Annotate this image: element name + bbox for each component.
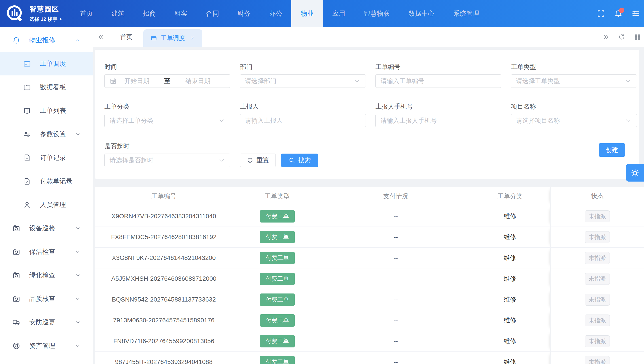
sidebar-item-9[interactable]: 设备巡检 xyxy=(0,217,93,240)
paid-work-order-badge: 付费工单 xyxy=(260,314,295,327)
chevron-up-icon xyxy=(75,37,81,43)
reset-label: 重置 xyxy=(256,156,269,164)
sidebar-item-label: 设备巡检 xyxy=(29,224,55,233)
nav-item-7[interactable]: 办公 xyxy=(260,0,291,27)
select-2[interactable]: 请选择部门 xyxy=(240,74,366,88)
bell-icon xyxy=(12,36,20,44)
sidebar-item-label: 工单列表 xyxy=(40,106,66,115)
building-selector[interactable]: 选择 12 楼宇 xyxy=(30,16,62,23)
unassigned-status-button[interactable]: 未指派 xyxy=(585,314,610,326)
status-cell: 未指派 xyxy=(550,206,644,227)
calendar-icon xyxy=(110,77,117,85)
sidebar-item-10[interactable]: 保洁检查 xyxy=(0,240,93,263)
unassigned-status-button[interactable]: 未指派 xyxy=(585,211,610,222)
nav-item-12[interactable]: 系统管理 xyxy=(444,0,488,27)
column-header-1: 工单编号 xyxy=(95,192,232,201)
unassigned-status-button[interactable]: 未指派 xyxy=(585,335,610,347)
sidebar-item-6[interactable]: 订单记录 xyxy=(0,146,93,169)
filter-field-7: 上报人手机号请输入上报人手机号 xyxy=(376,102,501,127)
nav-item-9[interactable]: 应用 xyxy=(323,0,354,27)
sidebar-item-label: 工单调度 xyxy=(40,59,66,68)
notifications-bell-icon[interactable] xyxy=(614,10,622,18)
sidebar-item-11[interactable]: 绿化检查 xyxy=(0,263,93,287)
table-row-8: 987J455IT-2027645393294041088付费工单--维修未指派 xyxy=(95,352,644,364)
nav-item-11[interactable]: 数据中心 xyxy=(399,0,444,27)
payment-status: -- xyxy=(322,254,470,261)
field-label: 工单编号 xyxy=(376,63,501,71)
date-range-input[interactable]: 开始日期至结束日期 xyxy=(104,74,230,88)
tab-home[interactable]: 首页 xyxy=(112,33,141,41)
tab-workorder-dispatch[interactable]: 工单调度 xyxy=(143,29,202,47)
chevron-down-icon xyxy=(354,77,361,85)
fullscreen-icon[interactable] xyxy=(597,10,605,18)
work-order-category: 维修 xyxy=(470,295,550,304)
work-order-type-cell: 付费工单 xyxy=(232,293,322,306)
logo[interactable]: 智慧园区 选择 12 楼宇 xyxy=(0,0,71,27)
search-button[interactable]: 搜索 xyxy=(281,153,318,167)
filter-field-8: 项目名称请选择项目名称 xyxy=(511,102,637,127)
status-cell: 未指派 xyxy=(550,331,644,351)
sidebar-item-7[interactable]: 付款单记录 xyxy=(0,169,93,193)
select-placeholder: 请选择工单类型 xyxy=(516,77,560,85)
chevron-down-icon xyxy=(218,157,225,164)
start-date-placeholder: 开始日期 xyxy=(124,77,149,85)
nav-item-3[interactable]: 招商 xyxy=(134,0,165,27)
sidebar-item-13[interactable]: 安防巡更 xyxy=(0,310,93,334)
refresh-icon[interactable] xyxy=(618,33,625,41)
paid-work-order-badge: 付费工单 xyxy=(260,356,295,364)
chevron-down-icon xyxy=(218,117,225,124)
preferences-sliders-icon[interactable] xyxy=(632,10,640,18)
select-4[interactable]: 请选择工单类型 xyxy=(511,74,637,88)
create-button[interactable]: 创建 xyxy=(599,143,625,157)
payment-status: -- xyxy=(322,275,470,282)
unassigned-status-button[interactable]: 未指派 xyxy=(585,231,610,243)
sidebar: 物业报修工单调度数据看板工单列表参数设置订单记录付款单记录人员管理设备巡检保洁检… xyxy=(0,27,93,364)
reset-refresh-icon xyxy=(247,157,253,164)
app-title: 智慧园区 xyxy=(30,5,62,14)
filter-field-4: 工单类型请选择工单类型 xyxy=(511,63,637,88)
unassigned-status-button[interactable]: 未指派 xyxy=(585,252,610,264)
nav-item-1[interactable]: 首页 xyxy=(71,0,102,27)
nav-item-4[interactable]: 租客 xyxy=(165,0,197,27)
nav-item-10[interactable]: 智慧物联 xyxy=(354,0,399,27)
work-order-code: FX8FEMDC5-2027646280183816192 xyxy=(95,234,232,241)
sidebar-item-14[interactable]: 资产管理 xyxy=(0,334,93,357)
sidebar-item-2[interactable]: 工单调度 xyxy=(0,52,93,75)
close-tab-icon[interactable] xyxy=(190,35,195,41)
unassigned-status-button[interactable]: 未指派 xyxy=(585,356,610,364)
payment-status: -- xyxy=(322,317,470,324)
nav-item-label: 系统管理 xyxy=(453,9,479,18)
sidebar-item-8[interactable]: 人员管理 xyxy=(0,193,93,217)
unassigned-status-button[interactable]: 未指派 xyxy=(585,273,610,285)
sidebar-item-4[interactable]: 工单列表 xyxy=(0,99,93,122)
sidebar-item-5[interactable]: 参数设置 xyxy=(0,122,93,146)
select-9[interactable]: 请选择是否超时 xyxy=(104,153,230,167)
nav-item-8[interactable]: 物业 xyxy=(291,0,323,27)
input-placeholder: 请输入工单编号 xyxy=(380,77,424,85)
collapse-tabs-icon[interactable] xyxy=(98,33,105,41)
sidebar-item-1[interactable]: 物业报修 xyxy=(0,29,93,52)
field-label: 部门 xyxy=(240,63,366,71)
work-order-type-cell: 付费工单 xyxy=(232,273,322,285)
settings-gear-button[interactable] xyxy=(626,164,644,181)
work-order-code: FN8VD71I6-2027645599200813056 xyxy=(95,337,232,345)
sidebar-item-3[interactable]: 数据看板 xyxy=(0,75,93,99)
column-header-label: 状态 xyxy=(591,192,604,201)
nav-item-6[interactable]: 财务 xyxy=(228,0,260,27)
nav-item-2[interactable]: 建筑 xyxy=(102,0,134,27)
text-input-6[interactable]: 请输入上报人 xyxy=(240,114,366,127)
nav-item-5[interactable]: 合同 xyxy=(197,0,228,27)
text-input-3[interactable]: 请输入工单编号 xyxy=(376,74,501,88)
select-8[interactable]: 请选择项目名称 xyxy=(511,114,637,127)
layout-grid-icon[interactable] xyxy=(634,33,641,41)
select-5[interactable]: 请选择工单分类 xyxy=(104,114,230,127)
search-label: 搜索 xyxy=(298,156,311,164)
expand-tabs-icon[interactable] xyxy=(602,33,610,41)
reset-button[interactable]: 重置 xyxy=(240,153,276,167)
payment-status: -- xyxy=(322,337,470,345)
sidebar-item-12[interactable]: 品质核查 xyxy=(0,287,93,310)
table-row-5: BQSNN9542-2027645881137733632付费工单--维修未指派 xyxy=(95,289,644,310)
unassigned-status-button[interactable]: 未指派 xyxy=(585,294,610,306)
text-input-7[interactable]: 请输入上报人手机号 xyxy=(376,114,501,127)
table-header-row: 工单编号工单类型支付情况工单分类状态 xyxy=(95,187,644,206)
